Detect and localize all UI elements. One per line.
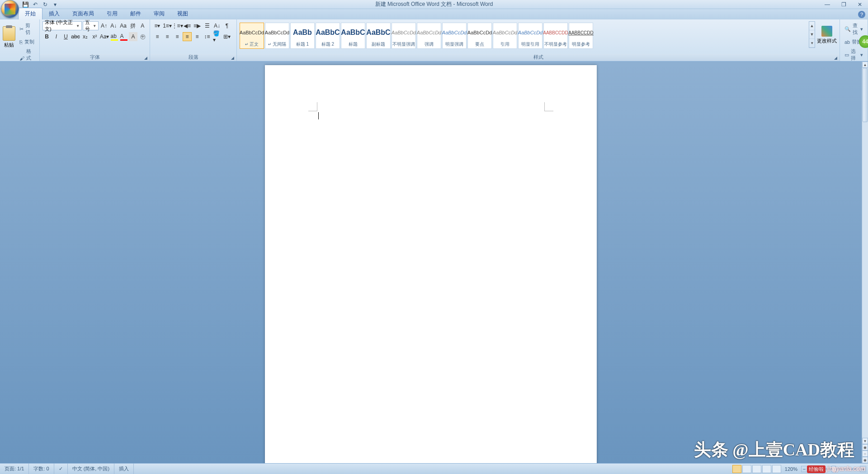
styles-expand[interactable]: ▾ xyxy=(809,39,815,47)
justify-button[interactable]: ≡ xyxy=(183,32,192,41)
change-styles-button[interactable]: 更改样式 xyxy=(817,21,837,48)
styles-launcher[interactable]: ◢ xyxy=(833,55,839,61)
font-launcher[interactable]: ◢ xyxy=(143,55,149,61)
font-size-combo[interactable]: 五号▼ xyxy=(83,21,99,30)
font-name-combo[interactable]: 宋体 (中文正文)▼ xyxy=(42,21,82,30)
margin-mark-tl xyxy=(308,102,317,111)
style-item-label: 副标题 xyxy=(372,41,385,47)
styles-scroll-down[interactable]: ▼ xyxy=(809,30,815,39)
subscript-button[interactable]: x₂ xyxy=(81,32,90,41)
distribute-button[interactable]: ≡ xyxy=(193,32,202,41)
scroll-up-button[interactable]: ▲ xyxy=(862,62,868,68)
select-button[interactable]: ▭选择▾ xyxy=(843,47,865,62)
style-item-0[interactable]: AaBbCcDd↵ 正文 xyxy=(240,23,264,49)
find-button[interactable]: 🔍查找▾ xyxy=(843,21,865,37)
styles-scroll-up[interactable]: ▲ xyxy=(809,22,815,30)
shrink-font-icon[interactable]: A↓ xyxy=(109,21,118,30)
phonetic-icon[interactable]: 拼 xyxy=(128,21,137,30)
italic-button[interactable]: I xyxy=(52,32,61,41)
zoom-out-button[interactable]: − xyxy=(801,466,807,472)
status-page[interactable]: 页面: 1/1 xyxy=(0,464,29,474)
document-page[interactable] xyxy=(265,65,597,463)
qat-customize-icon[interactable]: ▾ xyxy=(52,1,59,8)
scroll-down-button[interactable]: ▼ xyxy=(862,438,868,444)
style-item-8[interactable]: AaBbCcDd明显强调 xyxy=(442,23,467,49)
office-button[interactable] xyxy=(1,0,19,18)
char-shading-button[interactable]: A xyxy=(129,32,137,41)
tab-references[interactable]: 引用 xyxy=(100,8,124,19)
numbering-button[interactable]: 1≡▾ xyxy=(163,21,172,30)
status-language[interactable]: 中文 (简体, 中国) xyxy=(68,464,115,474)
style-item-5[interactable]: AaBbC副标题 xyxy=(366,23,391,49)
status-words[interactable]: 字数: 0 xyxy=(29,464,54,474)
highlight-button[interactable]: ab xyxy=(110,32,118,41)
style-item-13[interactable]: AABBCCDD明显参考 xyxy=(569,23,593,49)
increase-indent-button[interactable]: ≡▶ xyxy=(193,21,202,30)
align-center-button[interactable]: ≡ xyxy=(163,32,172,41)
help-icon[interactable]: ? xyxy=(858,11,865,18)
view-web-layout-button[interactable] xyxy=(752,465,761,473)
show-marks-button[interactable]: ¶ xyxy=(222,21,231,30)
enclose-char-button[interactable]: ㊥ xyxy=(138,32,147,41)
style-item-4[interactable]: AaBbC标题 xyxy=(341,23,365,49)
style-item-3[interactable]: AaBbC标题 2 xyxy=(316,23,340,49)
align-left-button[interactable]: ≡ xyxy=(153,32,162,41)
strikethrough-button[interactable]: abc xyxy=(71,32,80,41)
style-item-12[interactable]: AABBCCDD不明显参考 xyxy=(543,23,568,49)
maximize-button[interactable]: ❐ xyxy=(837,1,850,8)
decrease-indent-button[interactable]: ◀≡ xyxy=(183,21,192,30)
change-case-button[interactable]: Aa▾ xyxy=(100,32,109,41)
style-item-10[interactable]: AaBbCcDd引用 xyxy=(493,23,517,49)
scroll-thumb[interactable] xyxy=(863,68,868,122)
browse-prev-button[interactable]: ◉ xyxy=(862,444,868,450)
paste-button[interactable]: 粘贴 xyxy=(3,21,16,53)
sort-button[interactable]: A↓ xyxy=(212,21,222,30)
style-item-9[interactable]: AaBbCcDd要点 xyxy=(467,23,492,49)
browse-next-button[interactable]: ◉ xyxy=(862,457,868,463)
view-full-screen-button[interactable] xyxy=(742,465,751,473)
borders-button[interactable]: ⊞▾ xyxy=(222,32,231,41)
line-spacing-button[interactable]: ↕≡ xyxy=(203,32,212,41)
cut-button[interactable]: ✂剪切 xyxy=(18,21,37,37)
bold-button[interactable]: B xyxy=(42,32,51,41)
grow-font-icon[interactable]: A↑ xyxy=(99,21,108,30)
addon-badge[interactable]: 44 xyxy=(859,35,868,48)
vertical-scrollbar[interactable]: ▲ ▼ ◉ ○ ◉ xyxy=(862,62,868,463)
copy-button[interactable]: ⎘复制 xyxy=(18,38,37,46)
status-proofing-icon[interactable]: ✓ xyxy=(54,464,68,474)
tab-home[interactable]: 开始 xyxy=(18,8,42,19)
qat-save-icon[interactable]: 💾 xyxy=(22,1,29,8)
underline-button[interactable]: U xyxy=(61,32,70,41)
asian-layout-button[interactable]: ☰ xyxy=(203,21,212,30)
paragraph-launcher[interactable]: ◢ xyxy=(230,55,236,61)
status-insert-mode[interactable]: 插入 xyxy=(114,464,134,474)
tab-mailings[interactable]: 邮件 xyxy=(124,8,147,19)
style-item-7[interactable]: AaBbCcDd强调 xyxy=(417,23,441,49)
style-item-6[interactable]: AaBbCcDd不明显强调 xyxy=(392,23,416,49)
superscript-button[interactable]: x² xyxy=(90,32,99,41)
document-area[interactable] xyxy=(0,62,862,463)
multilevel-button[interactable]: ⋮≡▾ xyxy=(173,21,182,30)
close-button[interactable]: ✕ xyxy=(854,1,866,8)
tab-page-layout[interactable]: 页面布局 xyxy=(66,8,100,19)
style-item-1[interactable]: AaBbCcDd↵ 无间隔 xyxy=(265,23,289,49)
align-right-button[interactable]: ≡ xyxy=(173,32,182,41)
zoom-level[interactable]: 120% xyxy=(785,466,797,472)
char-border-icon[interactable]: A xyxy=(138,21,147,30)
style-item-2[interactable]: AaBb标题 1 xyxy=(290,23,315,49)
font-color-button[interactable]: A xyxy=(119,32,128,41)
tab-review[interactable]: 审阅 xyxy=(147,8,171,19)
tab-view[interactable]: 视图 xyxy=(171,8,194,19)
browse-select-button[interactable]: ○ xyxy=(862,450,868,457)
shading-button[interactable]: 🪣▾ xyxy=(212,32,222,41)
qat-redo-icon[interactable]: ↻ xyxy=(42,1,49,8)
minimize-button[interactable]: — xyxy=(821,1,834,8)
tab-insert[interactable]: 插入 xyxy=(42,8,66,19)
view-print-layout-button[interactable] xyxy=(732,465,741,473)
view-draft-button[interactable] xyxy=(772,465,781,473)
qat-undo-icon[interactable]: ↶ xyxy=(32,1,39,8)
style-item-11[interactable]: AaBbCcDd明显引用 xyxy=(518,23,542,49)
view-outline-button[interactable] xyxy=(762,465,771,473)
clear-format-icon[interactable]: Aa xyxy=(119,21,127,30)
bullets-button[interactable]: ≡▾ xyxy=(153,21,162,30)
